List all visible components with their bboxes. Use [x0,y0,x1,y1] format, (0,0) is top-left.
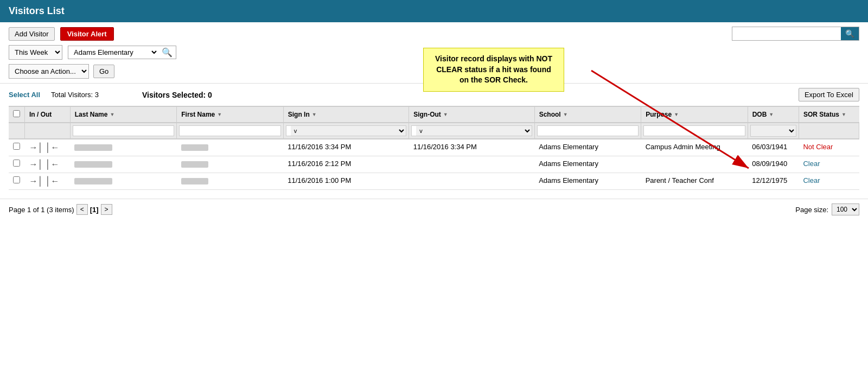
pagination-label: Page 1 of 1 (3 items) [9,206,74,214]
row-in-out-0: →│ │← [25,139,71,156]
svg-line-1 [591,71,749,168]
sign-in-icon-1[interactable]: →│ [29,160,43,169]
action-select[interactable]: Choose an Action... [9,64,89,79]
filter-checkbox-cell [9,123,25,139]
filter-last-name-input[interactable] [73,125,175,136]
filter-sor-cell [799,123,859,139]
filter-sign-out-input[interactable] [412,126,416,136]
prev-page-button[interactable]: < [76,204,88,215]
row-sor-status-0[interactable]: Not Clear [799,139,859,156]
th-last-name[interactable]: Last Name ▼ [70,106,177,123]
time-filter-select[interactable]: This Week Today Last Week This Month [9,45,62,60]
export-to-excel-button[interactable]: Export To Excel [799,88,859,101]
row-checkbox-0[interactable] [13,143,20,150]
row-sign-in-2: 11/16/2016 1:00 PM [283,173,409,190]
row-last-name-2 [70,173,177,190]
filter-sign-out-select[interactable]: v [416,126,531,136]
select-all-link[interactable]: Select All [9,91,40,99]
page-size-wrapper: Page size: 100 50 25 10 [795,203,859,215]
sign-out-icon-1[interactable]: │← [46,160,60,169]
filter-in-out-cell [25,123,71,139]
select-all-checkbox[interactable] [13,110,20,117]
filter-first-name-cell [177,123,284,139]
row-checkbox-1[interactable] [13,160,20,167]
sor-status-link-1[interactable]: Clear [803,160,820,168]
sign-in-icon-2[interactable]: →│ [29,176,43,186]
row-sign-in-0: 11/16/2016 3:34 PM [283,139,409,156]
row-first-name-2 [177,173,284,190]
filter-sign-in-cell: v [283,123,409,139]
sort-sor-icon: ▼ [841,112,846,117]
sor-tooltip: Visitor record displays with NOT CLEAR s… [423,48,564,92]
th-sor-status[interactable]: SOR Status ▼ [799,106,859,123]
tooltip-arrow [564,65,760,184]
school-select-wrapper: Adams Elementary 🔍 [68,46,176,59]
row-in-out-2: →│ │← [25,173,71,190]
sort-last-name-icon: ▼ [110,112,114,117]
page-size-label: Page size: [795,206,828,214]
row-sign-out-0: 11/16/2016 3:34 PM [409,139,534,156]
sor-status-link-2[interactable]: Clear [803,176,820,184]
row-last-name-1 [70,156,177,173]
sor-status-link-0[interactable]: Not Clear [803,143,833,151]
filter-first-name-input[interactable] [179,125,281,136]
row-sor-status-1[interactable]: Clear [799,156,859,173]
global-search-button[interactable]: 🔍 [841,27,859,40]
go-button[interactable]: Go [93,65,114,78]
filter-last-name-cell [70,123,177,139]
add-visitor-button[interactable]: Add Visitor [9,27,55,41]
row-sign-out-2 [409,173,534,190]
row-checkbox-2[interactable] [13,176,20,183]
row-first-name-0 [177,139,284,156]
sort-first-name-icon: ▼ [217,112,222,117]
row-in-out-1: →│ │← [25,156,71,173]
page-title: Visitors List [0,0,868,22]
sort-sign-out-icon: ▼ [443,112,448,117]
sign-out-icon-0[interactable]: │← [46,143,60,152]
visitor-alert-button[interactable]: Visitor Alert [60,27,114,41]
th-in-out: In / Out [25,106,71,123]
global-search-wrapper: 🔍 [732,27,859,41]
school-select[interactable]: Adams Elementary [72,48,158,57]
th-checkbox [9,106,25,123]
next-page-button[interactable]: > [101,204,112,215]
visitors-selected: Visitors Selected: 0 [142,91,212,99]
total-visitors: Total Visitors: 3 [51,91,99,99]
row-last-name-0 [70,139,177,156]
row-checkbox-cell [9,156,25,173]
sign-out-icon-2[interactable]: │← [46,176,60,186]
row-checkbox-cell [9,139,25,156]
row-checkbox-cell [9,173,25,190]
th-first-name[interactable]: First Name ▼ [177,106,284,123]
row-sign-out-1 [409,156,534,173]
row-sor-status-2[interactable]: Clear [799,173,859,190]
row-first-name-1 [177,156,284,173]
sort-sign-in-icon: ▼ [312,112,317,117]
school-search-button[interactable]: 🔍 [162,47,173,58]
pagination-bar: Page 1 of 1 (3 items) < [1] > Page size:… [0,199,868,220]
toolbar-row1: Add Visitor Visitor Alert 🔍 [9,27,859,41]
current-page-indicator: [1] [90,206,99,214]
filter-sign-in-input[interactable] [286,126,291,136]
sign-in-icon-0[interactable]: →│ [29,143,43,152]
filter-sign-in-select[interactable]: v [291,126,406,136]
row-sign-in-1: 11/16/2016 2:12 PM [283,156,409,173]
th-sign-out[interactable]: Sign-Out ▼ [409,106,534,123]
global-search-input[interactable] [732,28,841,40]
filter-sign-out-cell: v [409,123,534,139]
page-size-select[interactable]: 100 50 25 10 [832,203,859,215]
sort-dob-icon: ▼ [769,112,774,117]
th-sign-in[interactable]: Sign In ▼ [283,106,409,123]
